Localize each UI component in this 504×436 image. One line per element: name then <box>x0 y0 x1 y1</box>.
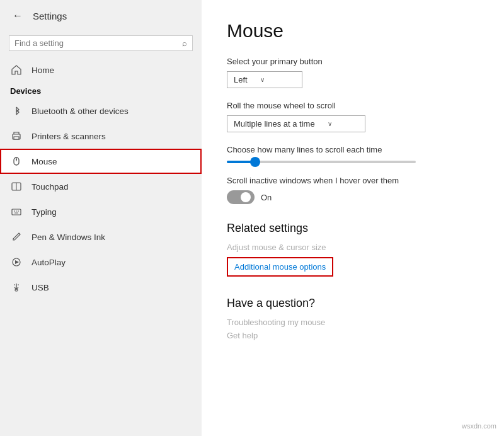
autoplay-icon <box>10 256 23 268</box>
sidebar-item-usb[interactable]: USB <box>0 275 202 300</box>
search-input[interactable] <box>14 38 182 48</box>
slider-track <box>227 161 416 163</box>
scroll-lines-slider[interactable] <box>227 161 479 163</box>
toggle-row: On <box>227 190 479 204</box>
sidebar-item-home[interactable]: Home <box>0 57 202 83</box>
sidebar-item-printers-label: Printers & scanners <box>32 132 106 141</box>
sidebar-item-mouse[interactable]: Mouse <box>0 149 202 174</box>
main-content: Mouse Select your primary button Left ∨ … <box>202 0 504 436</box>
watermark: wsxdn.com <box>459 421 499 431</box>
mouse-icon <box>10 155 23 168</box>
scroll-lines-label: Choose how many lines to scroll each tim… <box>227 145 479 154</box>
sidebar-item-typing[interactable]: Typing <box>0 199 202 224</box>
touchpad-icon <box>10 180 23 193</box>
sidebar-item-typing-label: Typing <box>32 207 57 217</box>
svg-rect-1 <box>14 137 19 139</box>
back-button[interactable]: ← <box>10 8 25 24</box>
troubleshoot-link: Troubleshooting my mouse <box>227 318 479 327</box>
primary-button-dropdown[interactable]: Left ∨ <box>227 71 302 88</box>
sidebar-item-pen[interactable]: Pen & Windows Ink <box>0 224 202 250</box>
svg-point-4 <box>16 159 17 160</box>
inactive-scroll-toggle[interactable] <box>227 190 255 204</box>
typing-icon <box>10 205 23 218</box>
pen-icon <box>10 231 23 243</box>
primary-button-value: Left <box>234 75 248 84</box>
toggle-thumb <box>241 192 251 202</box>
sidebar-item-autoplay-label: AutoPlay <box>32 258 66 267</box>
sidebar-item-home-label: Home <box>32 66 54 75</box>
additional-mouse-options-link[interactable]: Additional mouse options <box>227 257 333 277</box>
search-icon[interactable]: ⌕ <box>182 38 187 48</box>
scroll-dropdown[interactable]: Multiple lines at a time ∨ <box>227 115 365 132</box>
usb-icon <box>10 281 23 294</box>
svg-rect-7 <box>12 209 21 215</box>
svg-marker-13 <box>15 260 19 264</box>
inactive-scroll-label: Scroll inactive windows when I hover ove… <box>227 176 479 185</box>
chevron-down-icon: ∨ <box>260 76 265 83</box>
home-icon <box>10 64 23 76</box>
sidebar-item-usb-label: USB <box>32 283 49 292</box>
sidebar-item-touchpad-label: Touchpad <box>32 182 69 192</box>
chevron-down-icon-2: ∨ <box>328 120 332 127</box>
related-settings-title: Related settings <box>227 222 479 235</box>
adjust-link: Adjust mouse & cursor size <box>227 243 479 252</box>
sidebar: ← Settings ⌕ Home Devices Bluetooth & ot… <box>0 0 202 436</box>
sidebar-item-printers[interactable]: Printers & scanners <box>0 123 202 149</box>
sidebar-item-autoplay[interactable]: AutoPlay <box>0 250 202 275</box>
sidebar-title: Settings <box>33 11 67 21</box>
scroll-label: Roll the mouse wheel to scroll <box>227 101 479 110</box>
svg-rect-14 <box>15 289 18 291</box>
sidebar-header: ← Settings <box>0 0 202 32</box>
bluetooth-icon <box>10 105 23 117</box>
question-title: Have a question? <box>227 297 479 310</box>
help-link: Get help <box>227 331 479 340</box>
sidebar-item-bluetooth[interactable]: Bluetooth & other devices <box>0 98 202 123</box>
sidebar-item-mouse-label: Mouse <box>32 157 57 166</box>
printer-icon <box>10 130 23 142</box>
search-box[interactable]: ⌕ <box>9 35 193 51</box>
page-title: Mouse <box>227 20 479 42</box>
sidebar-item-pen-label: Pen & Windows Ink <box>32 232 105 242</box>
scroll-value: Multiple lines at a time <box>234 119 315 129</box>
primary-button-label: Select your primary button <box>227 57 479 66</box>
toggle-state-label: On <box>261 193 272 202</box>
sidebar-section-label: Devices <box>0 83 202 98</box>
slider-thumb[interactable] <box>250 157 260 167</box>
sidebar-item-touchpad[interactable]: Touchpad <box>0 174 202 199</box>
sidebar-item-bluetooth-label: Bluetooth & other devices <box>32 106 129 116</box>
